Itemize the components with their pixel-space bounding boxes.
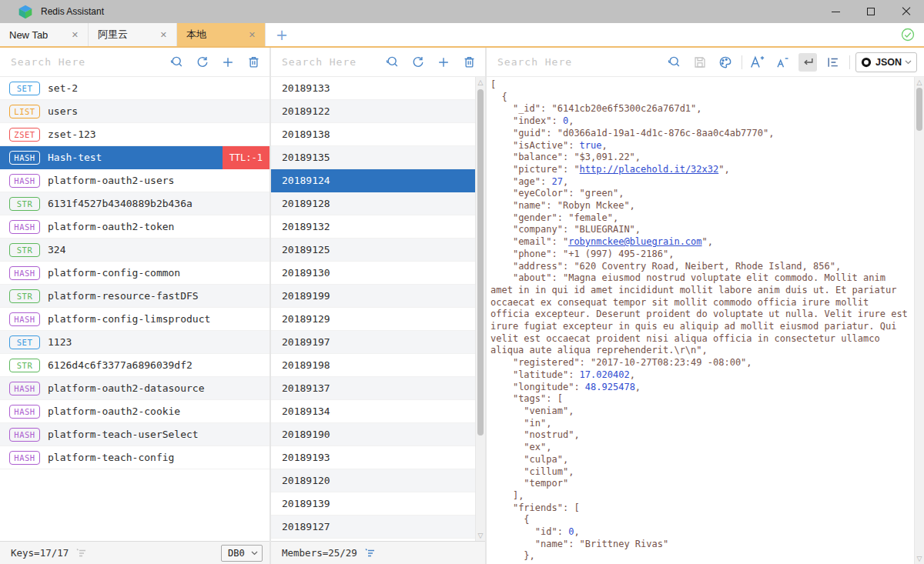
scroll-up-icon[interactable]: △: [915, 78, 924, 86]
key-row[interactable]: HASHplatform-oauth2-users: [0, 169, 270, 192]
key-row[interactable]: STRplatform-resource-fastDFS: [0, 285, 270, 308]
member-value: 20189130: [282, 267, 330, 279]
key-row[interactable]: HASHplatform-oauth2-datasource: [0, 377, 270, 400]
member-row[interactable]: 20189190: [271, 423, 485, 446]
db-select[interactable]: DB0: [221, 545, 263, 562]
format-lines-icon[interactable]: [824, 53, 842, 72]
member-row[interactable]: 20189139: [271, 492, 485, 516]
member-row[interactable]: 20189128: [271, 192, 485, 215]
keys-search-input[interactable]: [0, 56, 168, 68]
window-controls: [818, 0, 924, 23]
save-icon[interactable]: [691, 53, 709, 72]
member-row[interactable]: 20189130: [271, 262, 485, 285]
member-row[interactable]: 20189137: [271, 377, 485, 400]
tab-2[interactable]: 本地✕: [177, 23, 266, 46]
json-value: true: [580, 140, 602, 151]
json-line: "friends": [: [490, 502, 911, 515]
json-text: "email": ": [490, 236, 568, 247]
json-text: "about": "Magna eiusmod nostrud voluptat…: [490, 272, 913, 355]
fuzzy-search-icon[interactable]: [168, 53, 186, 72]
member-row[interactable]: 20189198: [271, 354, 485, 377]
key-row[interactable]: HASHplatform-config-common: [0, 262, 270, 285]
key-row[interactable]: HASHplatform-config-limsproduct: [0, 308, 270, 331]
member-row[interactable]: 20189193: [271, 446, 485, 469]
add-key-icon[interactable]: [219, 53, 237, 72]
json-text: "age":: [490, 176, 551, 187]
json-line: [: [490, 79, 911, 92]
key-row[interactable]: HASHplatform-oauth2-token: [0, 215, 270, 239]
member-row[interactable]: 20189122: [271, 100, 485, 123]
member-row[interactable]: 20189125: [271, 239, 485, 262]
add-tab-button[interactable]: +: [266, 23, 298, 46]
minimize-button[interactable]: [818, 0, 853, 23]
key-row[interactable]: HASHplatform-oauth2-cookie: [0, 400, 270, 423]
member-row[interactable]: 20189197: [271, 331, 485, 354]
tab-close-icon[interactable]: ✕: [246, 28, 259, 42]
member-value: 20189129: [282, 313, 330, 325]
fuzzy-search-icon[interactable]: [665, 53, 684, 72]
member-row[interactable]: 20189124: [271, 169, 485, 192]
members-scrollbar[interactable]: △ ▽: [475, 77, 485, 541]
tab-close-icon[interactable]: ✕: [69, 28, 82, 42]
member-row[interactable]: 20189134: [271, 400, 485, 423]
member-row[interactable]: 20189132: [271, 215, 485, 239]
member-row[interactable]: 20189120: [271, 469, 485, 492]
member-row[interactable]: 20189129: [271, 308, 485, 331]
key-row[interactable]: SETset-2: [0, 77, 270, 100]
key-name: platform-oauth2-cookie: [48, 405, 180, 417]
close-button[interactable]: [889, 0, 924, 23]
members-search-input[interactable]: [271, 56, 383, 68]
json-text: "id":: [490, 526, 568, 537]
keys-filter-icon[interactable]: [75, 548, 87, 558]
scroll-up-icon[interactable]: △: [476, 78, 485, 86]
key-type-badge: HASH: [9, 220, 40, 234]
key-row[interactable]: ZSETzset-123: [0, 123, 270, 146]
scrollbar-thumb[interactable]: [477, 89, 484, 436]
maximize-button[interactable]: [853, 0, 889, 23]
theme-palette-icon[interactable]: [716, 53, 735, 72]
member-row[interactable]: 20189199: [271, 285, 485, 308]
key-type-badge: HASH: [9, 428, 40, 442]
json-line: "tags": [: [490, 393, 911, 405]
view-mode-select[interactable]: JSON: [855, 52, 917, 72]
refresh-icon[interactable]: [409, 53, 427, 72]
scroll-down-icon[interactable]: ▽: [915, 555, 924, 562]
tab-0[interactable]: New Tab✕: [0, 23, 89, 46]
member-row[interactable]: 20189138: [271, 123, 485, 146]
key-row[interactable]: HASHplatform-teach-userSelect: [0, 423, 270, 446]
key-row[interactable]: HASHplatform-teach-config: [0, 446, 270, 469]
add-member-icon[interactable]: [434, 53, 453, 72]
scrollbar-thumb[interactable]: [916, 88, 922, 131]
fuzzy-search-icon[interactable]: [383, 53, 402, 72]
member-value: 20189197: [282, 336, 330, 348]
key-row[interactable]: STR324: [0, 239, 270, 262]
json-line: "latitude": 17.020402,: [490, 369, 911, 382]
font-decrease-icon[interactable]: [773, 53, 792, 72]
tab-close-icon[interactable]: ✕: [157, 28, 170, 42]
json-link[interactable]: robynmckee@bluegrain.com: [568, 236, 701, 247]
key-row[interactable]: LISTusers: [0, 100, 270, 123]
json-link[interactable]: http://placehold.it/32x32: [580, 164, 719, 175]
key-row[interactable]: HASHHash-testTTL:-1: [0, 146, 270, 169]
json-text: ,: [635, 382, 641, 392]
tab-1[interactable]: 阿里云✕: [89, 23, 177, 46]
value-search-input[interactable]: [487, 56, 665, 68]
scroll-down-icon[interactable]: ▽: [476, 532, 485, 539]
key-name: zset-123: [48, 128, 96, 140]
word-wrap-icon[interactable]: [798, 53, 817, 72]
member-value: 20189190: [282, 429, 330, 440]
value-scrollbar[interactable]: △ ▽: [914, 77, 924, 564]
font-increase-icon[interactable]: [748, 53, 766, 72]
key-row[interactable]: STR6126d4c6f3377a6896039df2: [0, 354, 270, 377]
delete-key-icon[interactable]: [244, 53, 263, 72]
delete-member-icon[interactable]: [460, 53, 478, 72]
json-line: },: [490, 550, 911, 562]
member-row[interactable]: 20189127: [271, 516, 485, 539]
members-filter-icon[interactable]: [364, 548, 376, 558]
key-row[interactable]: SET1123: [0, 331, 270, 354]
json-text: "nostrud",: [490, 429, 580, 440]
member-row[interactable]: 20189133: [271, 77, 485, 100]
key-row[interactable]: STR6131f4527b4340889b2b436a: [0, 192, 270, 215]
refresh-icon[interactable]: [193, 53, 212, 72]
member-row[interactable]: 20189135: [271, 146, 485, 169]
